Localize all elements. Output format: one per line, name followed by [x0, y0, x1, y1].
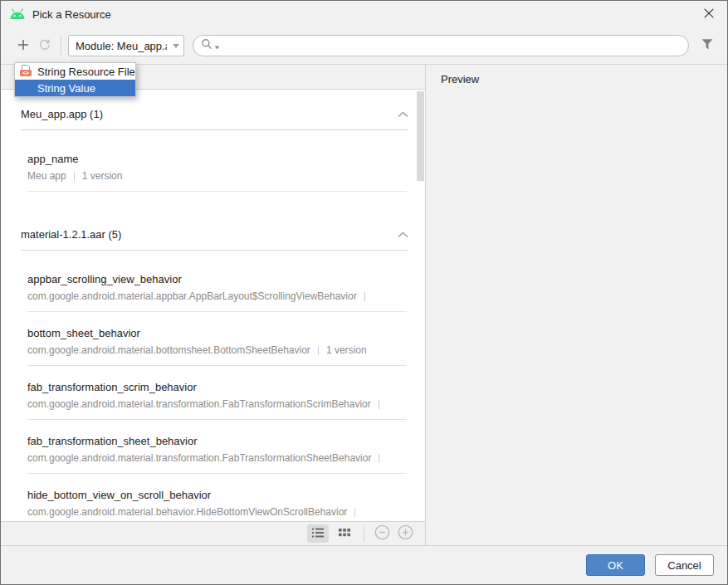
- list-view-icon: [312, 528, 324, 540]
- search-input[interactable]: [222, 40, 680, 52]
- toolbar-divider: [61, 36, 61, 56]
- detail-divider: [379, 400, 379, 409]
- svg-text:<>: <>: [22, 70, 29, 76]
- detail-divider: [379, 454, 379, 463]
- resource-pane: Meu_app.app (1) app_name Meu app 1 versi…: [1, 65, 426, 545]
- resource-name: appbar_scrolling_view_behavior: [27, 273, 407, 285]
- plus-circle-icon: [398, 524, 413, 543]
- resource-details: Meu app 1 version: [27, 170, 407, 182]
- list-view-button[interactable]: [307, 524, 329, 543]
- view-toolbar-divider: [364, 525, 364, 542]
- module-selector-value: Module: Meu_app.app: [76, 40, 167, 52]
- plus-icon: [17, 39, 29, 53]
- resource-list: Meu_app.app (1) app_name Meu app 1 versi…: [1, 90, 425, 521]
- section-items: app_name Meu app 1 version: [1, 130, 425, 192]
- resource-details: com.google.android.material.transformati…: [27, 398, 407, 410]
- resource-name: app_name: [27, 153, 407, 165]
- module-selector[interactable]: Module: Meu_app.app: [68, 35, 184, 56]
- footer: OK Cancel: [1, 545, 727, 584]
- titlebar: Pick a Resource: [1, 1, 727, 27]
- resource-item[interactable]: app_name Meu app 1 version: [27, 130, 407, 192]
- detail-divider: [318, 346, 319, 355]
- resource-item[interactable]: fab_transformation_scrim_behavior com.go…: [27, 366, 407, 420]
- resource-value: com.google.android.material.appbar.AppBa…: [27, 290, 357, 302]
- close-icon: [704, 8, 714, 21]
- menu-item-label: String Value: [37, 82, 95, 95]
- cancel-button[interactable]: Cancel: [655, 554, 714, 576]
- view-options-toolbar: [1, 521, 425, 545]
- dialog-title: Pick a Resource: [32, 8, 111, 21]
- resource-value: com.google.android.material.bottomsheet.…: [27, 344, 310, 356]
- menu-item-string-value[interactable]: String Value: [15, 80, 135, 96]
- resource-name: fab_transformation_scrim_behavior: [27, 381, 407, 393]
- resource-value: Meu app: [27, 170, 66, 182]
- resource-name: bottom_sheet_behavior: [27, 327, 407, 339]
- section-title: material-1.2.1.aar (5): [21, 228, 121, 241]
- section-header[interactable]: material-1.2.1.aar (5): [21, 228, 408, 251]
- refresh-button[interactable]: [34, 35, 56, 56]
- section-items: appbar_scrolling_view_behavior com.googl…: [1, 251, 425, 521]
- ok-button[interactable]: OK: [586, 554, 645, 576]
- resource-value: com.google.android.material.transformati…: [27, 398, 371, 410]
- resource-name: hide_bottom_view_on_scroll_behavior: [27, 489, 407, 501]
- resource-details: com.google.android.material.bottomsheet.…: [27, 344, 407, 356]
- resource-section: material-1.2.1.aar (5) appbar_scrolling_…: [1, 228, 425, 521]
- grid-view-icon: [339, 528, 351, 540]
- scrollbar-thumb[interactable]: [417, 91, 424, 181]
- resource-item[interactable]: fab_transformation_sheet_behavior com.go…: [27, 420, 407, 474]
- android-icon: [9, 8, 26, 20]
- zoom-out-button[interactable]: [373, 524, 391, 543]
- detail-divider: [364, 292, 365, 301]
- zoom-in-button[interactable]: [396, 524, 414, 543]
- search-history-caret-icon: [214, 38, 220, 53]
- search-icon: [201, 38, 213, 53]
- dialog-body: Meu_app.app (1) app_name Meu app 1 versi…: [1, 65, 727, 545]
- resource-item[interactable]: appbar_scrolling_view_behavior com.googl…: [27, 251, 407, 312]
- resource-details: com.google.android.material.behavior.Hid…: [27, 506, 407, 518]
- refresh-icon: [38, 38, 51, 54]
- add-resource-button[interactable]: [12, 35, 34, 56]
- toolbar: Module: Meu_app.app: [1, 27, 727, 65]
- new-resource-popup-menu: <> String Resource File String Value: [14, 62, 136, 97]
- search-box[interactable]: [193, 35, 689, 56]
- resource-version: 1 version: [326, 344, 367, 356]
- filter-icon: [701, 38, 714, 53]
- chevron-up-icon[interactable]: [398, 232, 408, 238]
- resource-details: com.google.android.material.appbar.AppBa…: [27, 290, 407, 302]
- xml-file-icon: <>: [19, 64, 32, 80]
- resource-version: 1 version: [82, 170, 123, 182]
- chevron-up-icon[interactable]: [398, 111, 408, 118]
- section-header[interactable]: Meu_app.app (1): [21, 108, 408, 130]
- chevron-down-icon: [173, 44, 179, 48]
- close-button[interactable]: [691, 1, 727, 27]
- grid-view-button[interactable]: [334, 524, 355, 543]
- detail-divider: [354, 508, 355, 517]
- resource-details: com.google.android.material.transformati…: [27, 452, 407, 464]
- menu-item-label: String Resource File: [37, 66, 135, 78]
- resource-value: com.google.android.material.transformati…: [27, 452, 371, 464]
- resource-value: com.google.android.material.behavior.Hid…: [27, 506, 347, 518]
- resource-name: fab_transformation_sheet_behavior: [27, 435, 407, 447]
- resource-item[interactable]: hide_bottom_view_on_scroll_behavior com.…: [27, 474, 407, 521]
- detail-divider: [74, 172, 75, 181]
- minus-circle-icon: [374, 524, 390, 543]
- section-title: Meu_app.app (1): [21, 108, 103, 120]
- resource-item[interactable]: bottom_sheet_behavior com.google.android…: [27, 312, 407, 366]
- resource-section: Meu_app.app (1) app_name Meu app 1 versi…: [1, 108, 425, 192]
- pick-a-resource-dialog: Pick a Resource: [0, 0, 728, 585]
- filter-button[interactable]: [697, 35, 717, 56]
- menu-item-string-resource-file[interactable]: <> String Resource File: [15, 63, 135, 80]
- preview-pane: Preview: [426, 65, 727, 545]
- preview-label: Preview: [441, 73, 727, 85]
